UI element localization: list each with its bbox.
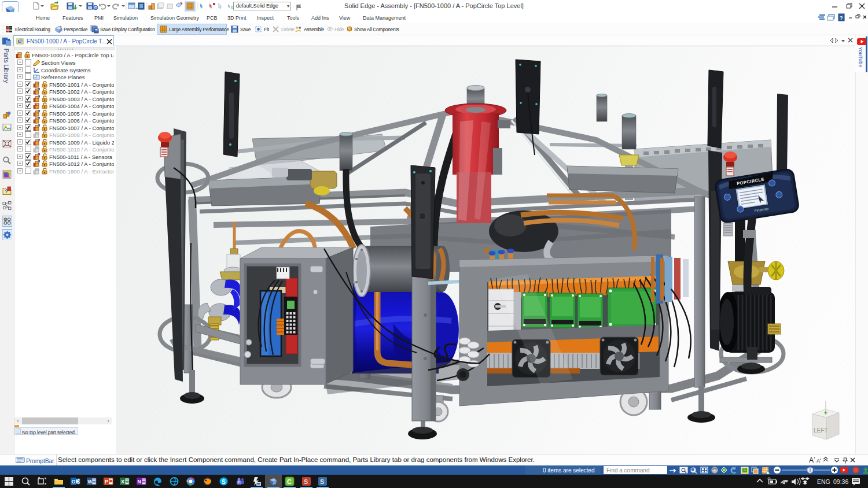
svg-text:?: ? bbox=[840, 15, 843, 21]
svg-text:LEFT: LEFT bbox=[814, 427, 827, 434]
svg-text:S: S bbox=[304, 478, 308, 485]
svg-text:N: N bbox=[138, 479, 142, 485]
svg-text:S: S bbox=[222, 479, 226, 485]
svg-text:T: T bbox=[238, 480, 240, 484]
svg-text:X: X bbox=[121, 479, 124, 485]
svg-text:P: P bbox=[105, 479, 108, 485]
svg-text:A: A bbox=[816, 458, 820, 464]
svg-text:+: + bbox=[135, 6, 138, 11]
svg-text:O: O bbox=[72, 479, 76, 485]
svg-text:ENG: ENG bbox=[817, 478, 830, 485]
svg-text:09:36: 09:36 bbox=[833, 478, 848, 485]
svg-text:S: S bbox=[320, 478, 324, 485]
svg-text:C: C bbox=[287, 478, 292, 485]
svg-text:A: A bbox=[809, 456, 814, 464]
